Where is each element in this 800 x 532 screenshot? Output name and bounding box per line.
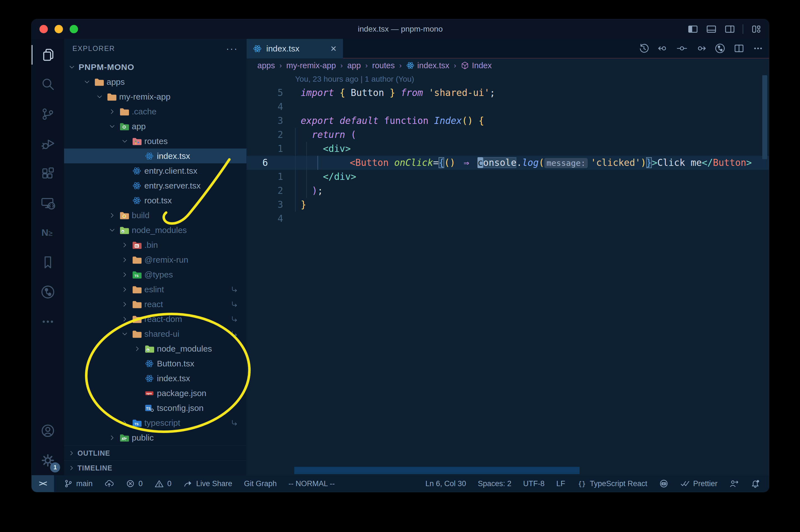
chevron-down-icon <box>107 226 118 234</box>
settings-badge: 1 <box>50 462 60 472</box>
activity-git-graph[interactable] <box>32 277 64 307</box>
status-cursor-position[interactable]: Ln 6, Col 30 <box>425 479 466 488</box>
tree-item--remix-run[interactable]: @remix-run <box>64 252 246 267</box>
prev-change-icon[interactable] <box>658 43 668 54</box>
svg-text:TS: TS <box>146 406 151 410</box>
breadcrumb-item-routes[interactable]: routes <box>372 61 395 70</box>
tree-item-node-modules[interactable]: jsnode_modules <box>64 341 246 356</box>
status-publish[interactable] <box>104 479 114 488</box>
split-editor-icon[interactable] <box>734 43 744 54</box>
symlink-icon <box>231 330 239 338</box>
tree-item--bin[interactable]: 01.bin <box>64 238 246 252</box>
branch-icon <box>63 479 73 488</box>
tree-item-button-tsx[interactable]: Button.tsx <box>64 356 246 371</box>
tree-item--cache[interactable]: .cache <box>64 104 246 119</box>
tree-item-build[interactable]: build <box>64 208 246 223</box>
status-indentation[interactable]: Spaces: 2 <box>478 479 511 488</box>
breadcrumb-item-apps[interactable]: apps <box>258 61 275 70</box>
tree-item--types[interactable]: TS@types <box>64 267 246 282</box>
tree-item-node-modules[interactable]: jsnode_modules <box>64 223 246 238</box>
vertical-scrollbar[interactable] <box>762 75 767 159</box>
tree-item-entry-client-tsx[interactable]: entry.client.tsx <box>64 163 246 178</box>
tree-item-react-dom[interactable]: react-dom <box>64 311 246 326</box>
status-live-share[interactable]: Live Share <box>183 479 232 488</box>
status-errors[interactable]: 0 <box>126 479 142 488</box>
tree-item-package-json[interactable]: npmpackage.json <box>64 386 246 401</box>
activity-remote-explorer[interactable] <box>32 188 64 218</box>
layout-panel-icon[interactable] <box>706 23 717 35</box>
tree-item-root-tsx[interactable]: root.tsx <box>64 193 246 208</box>
horizontal-scrollbar[interactable] <box>294 467 579 474</box>
status-git-graph[interactable]: Git Graph <box>244 479 277 488</box>
code-editor[interactable]: You, 23 hours ago | 1 author (You) 5impo… <box>247 73 769 475</box>
svg-text:N: N <box>41 227 49 238</box>
chevron-down-icon <box>107 122 118 130</box>
activity-nx-console[interactable]: N≥ <box>32 218 64 248</box>
code-text: <Button onClick={() ⇒ console.log(messag… <box>316 156 752 170</box>
status-vim-mode[interactable]: -- NORMAL -- <box>288 479 335 488</box>
tree-item-typescript[interactable]: TStypescript <box>64 415 246 430</box>
status-label: LF <box>556 479 565 488</box>
activity-bookmarks[interactable] <box>32 248 64 277</box>
activity-settings[interactable]: 1 <box>32 445 64 475</box>
remote-indicator[interactable]: >< <box>32 475 54 492</box>
tree-item-eslint[interactable]: eslint <box>64 282 246 297</box>
explorer-sidebar: EXPLORER ··· PNPM-MONOappsmy-remix-app.c… <box>64 39 247 475</box>
tree-item-pnpm-mono[interactable]: PNPM-MONO <box>64 60 246 74</box>
tree-item-index-tsx[interactable]: index.tsx <box>64 149 246 163</box>
layout-sidebar-left-icon[interactable] <box>687 23 699 35</box>
tree-item-tsconfig-json[interactable]: TStsconfig.json <box>64 401 246 415</box>
tree-item-routes[interactable]: routes <box>64 134 246 149</box>
tree-item-app[interactable]: app <box>64 119 246 134</box>
status-language-mode[interactable]: {}TypeScript React <box>577 479 647 488</box>
ellipsis-icon[interactable] <box>753 43 763 54</box>
code-line: 2 ); <box>247 184 769 198</box>
activity-explorer[interactable] <box>32 40 64 70</box>
status-notifications[interactable] <box>750 479 760 488</box>
close-tab-icon[interactable]: ✕ <box>330 44 337 53</box>
tree-item-react[interactable]: react <box>64 297 246 311</box>
sidebar-section-outline[interactable]: OUTLINE <box>64 445 246 460</box>
activity-run-debug[interactable] <box>32 129 64 158</box>
breadcrumb-item-index[interactable]: Index <box>461 61 492 70</box>
breadcrumb-item-app[interactable]: app <box>347 61 361 70</box>
status-feedback[interactable] <box>729 479 739 488</box>
history-icon[interactable] <box>639 43 649 54</box>
tab-index-tsx[interactable]: index.tsx ✕ <box>247 39 343 58</box>
breadcrumb-item-index-tsx[interactable]: index.tsx <box>406 61 449 70</box>
change-icon[interactable] <box>677 43 687 54</box>
tree-item-label: entry.server.tsx <box>144 181 201 190</box>
status-copilot[interactable] <box>659 479 668 488</box>
tree-item-label: @types <box>144 270 173 280</box>
status-warnings[interactable]: 0 <box>154 479 171 488</box>
status-encoding[interactable]: UTF-8 <box>523 479 545 488</box>
layout-customize-icon[interactable] <box>750 23 762 35</box>
line-number: 3 <box>247 114 289 128</box>
tree-item-entry-server-tsx[interactable]: entry.server.tsx <box>64 178 246 193</box>
git-graph-icon[interactable] <box>715 43 725 54</box>
activity-search[interactable] <box>32 70 64 99</box>
breadcrumb-item-my-remix-app[interactable]: my-remix-app <box>286 61 336 70</box>
layout-sidebar-right-icon[interactable] <box>724 23 736 35</box>
activity-extensions[interactable] <box>32 158 64 188</box>
tree-item-shared-ui[interactable]: shared-ui <box>64 326 246 341</box>
tree-item-my-remix-app[interactable]: my-remix-app <box>64 89 246 104</box>
status-prettier[interactable]: Prettier <box>680 479 718 488</box>
react-icon <box>143 374 156 383</box>
line-number: 1 <box>247 142 289 156</box>
activity-accounts[interactable] <box>32 416 64 445</box>
tree-item-public[interactable]: public <box>64 430 246 445</box>
titlebar-layout-controls <box>687 19 762 39</box>
tree-item-apps[interactable]: apps <box>64 74 246 89</box>
next-change-icon[interactable] <box>696 43 706 54</box>
code-text: return ( <box>301 128 356 142</box>
activity-more-views[interactable] <box>32 307 64 337</box>
sidebar-section-timeline[interactable]: TIMELINE <box>64 460 246 475</box>
tree-item-index-tsx[interactable]: index.tsx <box>64 371 246 386</box>
code-line: 1 <div> <box>247 142 769 156</box>
explorer-more-actions-icon[interactable]: ··· <box>226 43 238 54</box>
status-git-branch[interactable]: main <box>63 479 93 488</box>
status-eol[interactable]: LF <box>556 479 565 488</box>
folder-types-icon: TS <box>130 270 143 279</box>
activity-source-control[interactable] <box>32 99 64 129</box>
